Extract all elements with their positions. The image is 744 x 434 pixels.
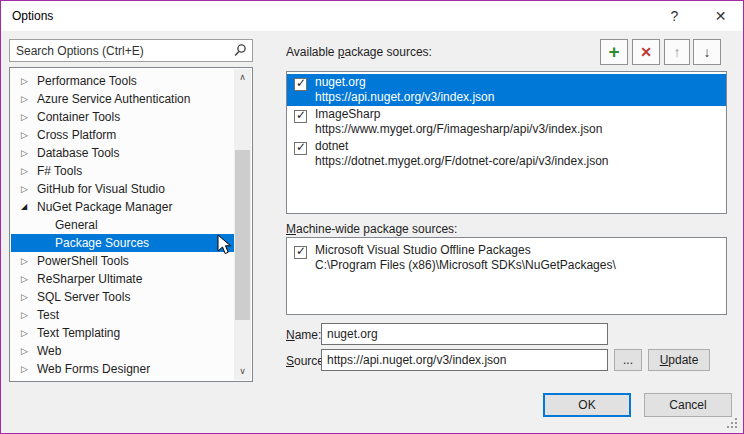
check-icon: ✓ bbox=[296, 244, 306, 258]
source-input[interactable]: https://api.nuget.org/v3/index.json bbox=[321, 349, 608, 371]
sidebar-item-azure-service-authentication[interactable]: ▷Azure Service Authentication bbox=[11, 90, 234, 108]
checkbox-checked[interactable]: ✓ bbox=[294, 142, 307, 155]
sidebar-item-resharper-ultimate[interactable]: ▷ReSharper Ultimate bbox=[11, 270, 234, 288]
list-item-dotnet[interactable]: ✓ dotnet https://dotnet.myget.org/F/dotn… bbox=[287, 138, 726, 170]
help-button[interactable]: ? bbox=[652, 1, 697, 31]
search-icon[interactable] bbox=[233, 43, 247, 63]
name-input[interactable]: nuget.org bbox=[321, 323, 608, 345]
browse-button[interactable]: ... bbox=[614, 349, 642, 371]
chevron-collapsed-icon[interactable]: ▷ bbox=[21, 306, 33, 324]
chevron-expanded-icon[interactable]: ◢ bbox=[21, 198, 33, 216]
scroll-up-icon[interactable]: ∧ bbox=[234, 69, 251, 86]
checkbox-checked[interactable]: ✓ bbox=[294, 78, 307, 91]
check-icon: ✓ bbox=[296, 76, 306, 90]
cancel-button[interactable]: Cancel bbox=[644, 393, 732, 417]
sidebar-item-container-tools[interactable]: ▷Container Tools bbox=[11, 108, 234, 126]
move-down-button[interactable]: ↓ bbox=[693, 39, 721, 65]
sidebar-item-database-tools[interactable]: ▷Database Tools bbox=[11, 144, 234, 162]
list-item-imagesharp[interactable]: ✓ ImageSharp https://www.myget.org/F/ima… bbox=[287, 106, 726, 138]
chevron-collapsed-icon[interactable]: ▷ bbox=[21, 378, 33, 380]
sidebar-item-package-sources[interactable]: Package Sources bbox=[11, 234, 234, 252]
sidebar-item-performance-tools[interactable]: ▷Performance Tools bbox=[11, 72, 234, 90]
chevron-collapsed-icon[interactable]: ▷ bbox=[21, 288, 33, 306]
title-bar[interactable]: Options ? ✕ bbox=[1, 1, 743, 31]
chevron-collapsed-icon[interactable]: ▷ bbox=[21, 72, 33, 90]
chevron-collapsed-icon[interactable]: ▷ bbox=[21, 360, 33, 378]
checkbox-checked[interactable]: ✓ bbox=[294, 246, 307, 259]
move-up-button[interactable]: ↑ bbox=[664, 39, 690, 65]
close-button[interactable]: ✕ bbox=[698, 1, 743, 31]
chevron-collapsed-icon[interactable]: ▷ bbox=[21, 108, 33, 126]
dialog-title: Options bbox=[12, 9, 53, 23]
list-item-nuget-org[interactable]: ✓ nuget.org https://api.nuget.org/v3/ind… bbox=[287, 74, 726, 106]
chevron-collapsed-icon[interactable]: ▷ bbox=[21, 126, 33, 144]
delete-x-icon: ✕ bbox=[640, 40, 652, 64]
sidebar-item-web[interactable]: ▷Web bbox=[11, 342, 234, 360]
up-arrow-icon: ↑ bbox=[674, 40, 681, 64]
machine-wide-sources-list: ✓ Microsoft Visual Studio Offline Packag… bbox=[286, 237, 727, 315]
sidebar-item-web-performance-test-tools[interactable]: ▷Web Performance Test Tools bbox=[11, 378, 234, 380]
search-input[interactable]: Search Options (Ctrl+E) bbox=[9, 39, 253, 62]
ok-button[interactable]: OK bbox=[543, 393, 631, 417]
update-button[interactable]: Update bbox=[648, 349, 710, 371]
chevron-collapsed-icon[interactable]: ▷ bbox=[21, 90, 33, 108]
check-icon: ✓ bbox=[296, 108, 306, 122]
machine-wide-sources-label: Machine-wide package sources: bbox=[286, 222, 457, 236]
sidebar-item-powershell-tools[interactable]: ▷PowerShell Tools bbox=[11, 252, 234, 270]
sidebar-item-sql-server-tools[interactable]: ▷SQL Server Tools bbox=[11, 288, 234, 306]
search-placeholder: Search Options (Ctrl+E) bbox=[16, 44, 144, 58]
add-source-button[interactable]: + bbox=[600, 39, 628, 65]
sidebar-item-web-forms-designer[interactable]: ▷Web Forms Designer bbox=[11, 360, 234, 378]
scroll-down-icon[interactable]: ∨ bbox=[234, 363, 251, 380]
sidebar-item-fsharp-tools[interactable]: ▷F# Tools bbox=[11, 162, 234, 180]
options-tree: ▷Performance Tools ▷Azure Service Authen… bbox=[9, 67, 253, 382]
chevron-collapsed-icon[interactable]: ▷ bbox=[21, 324, 33, 342]
sidebar-item-github-for-visual-studio[interactable]: ▷GitHub for Visual Studio bbox=[11, 180, 234, 198]
tree-scrollbar[interactable]: ∧ ∨ bbox=[234, 69, 251, 380]
name-label: Name: bbox=[286, 328, 321, 342]
chevron-collapsed-icon[interactable]: ▷ bbox=[21, 144, 33, 162]
sidebar-item-test[interactable]: ▷Test bbox=[11, 306, 234, 324]
options-dialog: Options ? ✕ Search Options (Ctrl+E) ▷Per… bbox=[0, 0, 744, 434]
close-icon: ✕ bbox=[715, 8, 727, 24]
plus-icon: + bbox=[608, 40, 619, 64]
available-sources-list: ✓ nuget.org https://api.nuget.org/v3/ind… bbox=[286, 71, 727, 214]
resize-grip[interactable] bbox=[727, 418, 737, 428]
down-arrow-icon: ↓ bbox=[704, 40, 711, 64]
chevron-collapsed-icon[interactable]: ▷ bbox=[21, 162, 33, 180]
chevron-collapsed-icon[interactable]: ▷ bbox=[21, 270, 33, 288]
chevron-collapsed-icon[interactable]: ▷ bbox=[21, 342, 33, 360]
scrollbar-thumb[interactable] bbox=[235, 150, 250, 320]
sidebar-item-cross-platform[interactable]: ▷Cross Platform bbox=[11, 126, 234, 144]
available-sources-label: Available package sources: bbox=[286, 45, 432, 59]
sidebar-item-text-templating[interactable]: ▷Text Templating bbox=[11, 324, 234, 342]
chevron-collapsed-icon[interactable]: ▷ bbox=[21, 252, 33, 270]
chevron-collapsed-icon[interactable]: ▷ bbox=[21, 180, 33, 198]
help-icon: ? bbox=[671, 8, 679, 24]
checkbox-checked[interactable]: ✓ bbox=[294, 110, 307, 123]
sidebar-item-nuget-package-manager[interactable]: ◢NuGet Package Manager bbox=[11, 198, 234, 216]
list-item-vs-offline-packages[interactable]: ✓ Microsoft Visual Studio Offline Packag… bbox=[287, 242, 726, 274]
sidebar-item-general[interactable]: General bbox=[11, 216, 234, 234]
remove-source-button[interactable]: ✕ bbox=[632, 39, 660, 65]
check-icon: ✓ bbox=[296, 140, 306, 154]
